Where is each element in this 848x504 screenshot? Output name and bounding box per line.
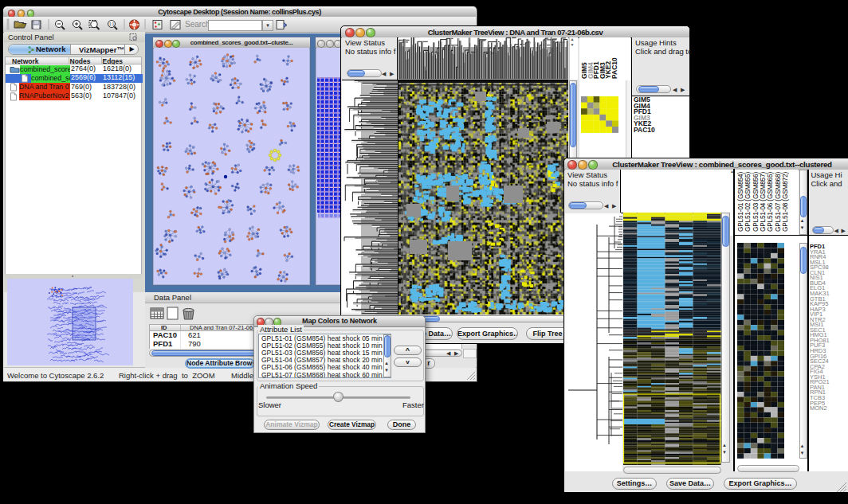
svg-text:1:1: 1:1	[109, 22, 115, 26]
